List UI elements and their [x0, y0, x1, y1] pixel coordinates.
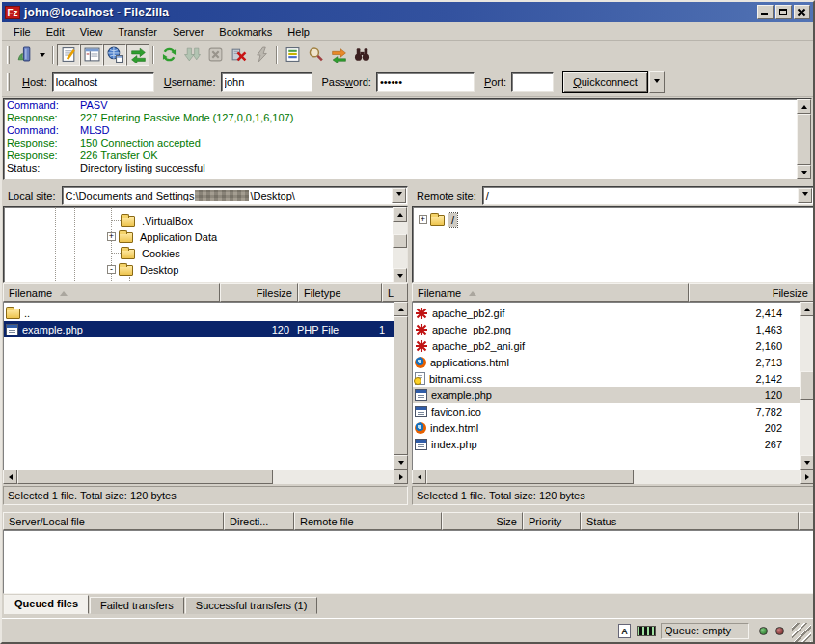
reconnect-button[interactable] — [250, 44, 273, 66]
queue-size-panel: Queue: empty — [661, 623, 749, 639]
binoculars-icon — [354, 46, 370, 63]
column-header-filename[interactable]: Filename — [3, 283, 220, 302]
file-row[interactable]: applications.html 2,713 — [413, 354, 800, 370]
tab-queued-files[interactable]: Queued files — [4, 595, 89, 614]
collapse-icon[interactable]: - — [107, 265, 116, 274]
port-input[interactable] — [511, 72, 554, 92]
column-header-direction[interactable]: Directi... — [224, 512, 294, 530]
column-header-priority[interactable]: Priority — [523, 512, 581, 530]
file-row-example-php[interactable]: example.php 120 PHP File 1 — [4, 321, 394, 337]
log-line: Response:226 Transfer OK — [4, 149, 797, 162]
column-header-remote-file[interactable]: Remote file — [294, 512, 442, 530]
quickconnect-dropdown-button[interactable] — [649, 71, 665, 93]
file-row[interactable]: bitnami.css 2,142 — [413, 370, 800, 387]
remote-selection-status: Selected 1 file. Total size: 120 bytes — [412, 486, 814, 505]
maximize-button[interactable] — [775, 5, 792, 19]
column-header-status[interactable]: Status — [581, 512, 799, 530]
tree-stub — [111, 253, 121, 254]
scroll-right-icon — [399, 474, 406, 480]
toggle-message-log-button[interactable] — [57, 44, 80, 66]
folder-icon — [6, 309, 20, 319]
file-row-selected[interactable]: example.php 120 — [413, 387, 800, 403]
tree-item-application-data[interactable]: + Application Data — [107, 228, 220, 245]
column-header-filesize[interactable]: Filesize — [220, 283, 298, 302]
file-row[interactable]: apache_pb2.gif 2,414 — [413, 305, 800, 321]
message-log-icon — [61, 46, 77, 63]
toggle-remote-tree-button[interactable] — [103, 44, 126, 66]
column-header-size[interactable]: Size — [442, 512, 523, 530]
tree-item-cookies[interactable]: Cookies — [121, 245, 183, 261]
username-input[interactable] — [221, 72, 312, 92]
filter-button[interactable] — [281, 44, 304, 66]
synchronized-browsing-button[interactable] — [327, 44, 350, 66]
local-list-vscrollbar[interactable] — [394, 302, 408, 470]
folder-icon — [430, 215, 445, 226]
password-input[interactable] — [376, 72, 475, 92]
local-site-combo[interactable]: C:\Documents and Settings\Desktop\ — [62, 186, 408, 205]
title-bar: Fz john@localhost - FileZilla — [2, 2, 813, 22]
site-manager-button[interactable] — [13, 44, 36, 66]
column-header-filename[interactable]: Filename — [412, 283, 689, 302]
tree-item-root[interactable]: + / — [419, 211, 457, 228]
minimize-button[interactable] — [757, 5, 774, 19]
tree-item-virtualbox[interactable]: .VirtualBox — [121, 212, 196, 228]
menu-bookmarks[interactable]: Bookmarks — [211, 24, 280, 40]
directory-comparison-button[interactable] — [304, 44, 327, 66]
quickconnect-gripper[interactable] — [7, 73, 10, 91]
local-list-hscrollbar[interactable] — [3, 470, 408, 484]
toggle-transfer-queue-button[interactable] — [126, 44, 149, 66]
sync-browsing-icon — [331, 46, 347, 63]
file-row[interactable]: apache_pb2_ani.gif 2,160 — [413, 337, 800, 354]
menu-edit[interactable]: Edit — [39, 24, 72, 40]
column-header-lastmodified[interactable]: L — [382, 283, 408, 302]
local-tree-icon — [84, 46, 100, 63]
php-file-icon — [415, 389, 427, 401]
refresh-icon — [161, 46, 177, 63]
remote-tree-icon — [107, 46, 123, 63]
cancel-button[interactable] — [204, 44, 227, 66]
indicator-badge-icon — [637, 626, 656, 636]
site-manager-dropdown-button[interactable] — [36, 44, 49, 66]
file-row[interactable]: index.html 202 — [413, 419, 800, 436]
menu-server[interactable]: Server — [165, 24, 211, 40]
redacted-username — [195, 190, 249, 201]
menu-file[interactable]: File — [6, 24, 39, 40]
quickconnect-button[interactable]: Quickconnect — [562, 71, 648, 93]
menu-view[interactable]: View — [72, 24, 111, 40]
menu-help[interactable]: Help — [280, 24, 317, 40]
scroll-up-icon — [398, 305, 404, 311]
toolbar-gripper[interactable] — [7, 46, 10, 64]
tab-failed-transfers[interactable]: Failed transfers — [90, 597, 184, 614]
remote-list-hscrollbar[interactable] — [412, 470, 814, 484]
local-site-combo-button[interactable] — [392, 188, 406, 203]
scroll-up-icon — [397, 210, 403, 217]
column-header-filetype[interactable]: Filetype — [298, 283, 382, 302]
disconnect-icon — [231, 46, 247, 63]
process-queue-button[interactable] — [180, 44, 204, 66]
toggle-local-tree-button[interactable] — [80, 44, 103, 66]
tab-successful-transfers[interactable]: Successful transfers (1) — [185, 597, 318, 614]
expand-icon[interactable]: + — [107, 232, 116, 241]
column-header-server-local-file[interactable]: Server/Local file — [3, 512, 224, 530]
remote-site-combo[interactable]: / — [482, 186, 814, 205]
refresh-button[interactable] — [157, 44, 180, 66]
remote-site-combo-button[interactable] — [798, 188, 812, 203]
column-header-filesize[interactable]: Filesize — [689, 283, 814, 302]
file-row-parent-dir[interactable]: .. — [4, 305, 394, 321]
file-row[interactable]: apache_pb2.png 1,463 — [413, 321, 800, 337]
file-row[interactable]: favicon.ico 7,782 — [413, 403, 800, 419]
menu-transfer[interactable]: Transfer — [110, 24, 165, 40]
scroll-up-icon — [804, 305, 810, 311]
close-button[interactable] — [794, 5, 810, 19]
log-scrollbar[interactable] — [797, 99, 811, 179]
window-title: john@localhost - FileZilla — [24, 6, 755, 19]
host-input[interactable] — [52, 72, 154, 92]
local-tree-scrollbar[interactable] — [393, 207, 407, 282]
remote-list-vscrollbar[interactable] — [800, 302, 814, 470]
tree-item-desktop[interactable]: - Desktop — [107, 261, 181, 278]
expand-icon[interactable]: + — [419, 215, 427, 224]
disconnect-button[interactable] — [227, 44, 250, 66]
resize-grip[interactable] — [792, 623, 811, 642]
file-row[interactable]: index.php 267 — [413, 436, 800, 452]
find-files-button[interactable] — [350, 44, 373, 66]
